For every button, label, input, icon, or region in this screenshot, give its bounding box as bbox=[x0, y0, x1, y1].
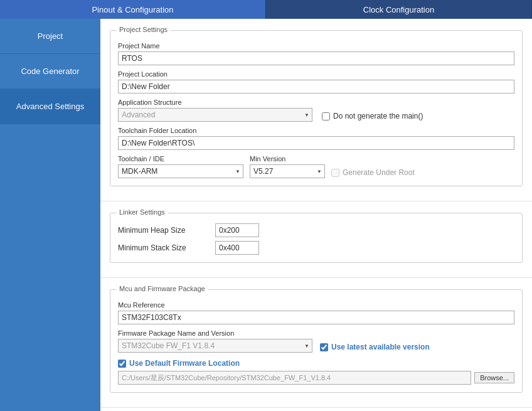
main-layout: Project Code Generator Advanced Settings… bbox=[0, 19, 532, 411]
mcu-reference-label: Mcu Reference bbox=[118, 301, 514, 309]
toolchain-ide-select[interactable]: MDK-ARM bbox=[118, 164, 243, 178]
sidebar-item-advanced-settings[interactable]: Advanced Settings bbox=[0, 89, 100, 124]
min-heap-label: Minimum Heap Size bbox=[118, 226, 206, 235]
use-latest-checkbox[interactable] bbox=[320, 343, 328, 351]
mcu-firmware-group: Mcu and Firmware Package Mcu Reference F… bbox=[110, 289, 523, 393]
min-version-label: Min Version bbox=[250, 155, 325, 163]
content-area: Project Settings Project Name Project Lo… bbox=[100, 19, 532, 411]
min-heap-input[interactable] bbox=[215, 223, 259, 237]
project-settings-section: Project Settings Project Name Project Lo… bbox=[100, 19, 532, 201]
linker-settings-section: Linker Settings Minimum Heap Size Minimu… bbox=[100, 201, 532, 278]
top-tabs: Pinout & Configuration Clock Configurati… bbox=[0, 0, 532, 19]
do-not-generate-row: Do not generate the main() bbox=[322, 112, 423, 120]
toolchain-row: Toolchain / IDE MDK-ARM Min Version V5.2… bbox=[118, 155, 514, 178]
min-version-wrapper: V5.27 bbox=[250, 164, 325, 178]
linker-settings-group: Linker Settings Minimum Heap Size Minimu… bbox=[110, 213, 523, 263]
project-name-input[interactable] bbox=[118, 51, 514, 65]
toolchain-ide-wrapper: MDK-ARM bbox=[118, 164, 243, 178]
sidebar-item-code-generator[interactable]: Code Generator bbox=[0, 54, 100, 89]
use-default-firmware-checkbox[interactable] bbox=[118, 360, 126, 368]
toolchain-folder-label: Toolchain Folder Location bbox=[118, 127, 514, 134]
firmware-path-row: Browse... bbox=[118, 371, 514, 385]
watermark: CSDN @爱科波非尔 bbox=[100, 408, 532, 411]
min-version-group: Min Version V5.27 bbox=[250, 155, 325, 178]
min-stack-label: Minimum Stack Size bbox=[118, 243, 206, 252]
application-structure-label: Application Structure bbox=[118, 99, 514, 106]
min-stack-input[interactable] bbox=[215, 241, 259, 255]
use-latest-label: Use latest available version bbox=[331, 343, 430, 351]
min-heap-row: Minimum Heap Size bbox=[118, 223, 514, 237]
use-latest-row: Use latest available version bbox=[320, 343, 430, 351]
do-not-generate-label: Do not generate the main() bbox=[333, 112, 423, 120]
firmware-package-label: Firmware Package Name and Version bbox=[118, 329, 514, 337]
generate-under-root-checkbox bbox=[331, 169, 339, 177]
toolchain-ide-label: Toolchain / IDE bbox=[118, 155, 243, 163]
project-location-label: Project Location bbox=[118, 70, 514, 78]
linker-settings-title: Linker Settings bbox=[117, 208, 168, 216]
toolchain-ide-group: Toolchain / IDE MDK-ARM bbox=[118, 155, 243, 178]
generate-under-root-label: Generate Under Root bbox=[343, 168, 415, 177]
use-default-firmware-label: Use Default Firmware Location bbox=[129, 359, 240, 368]
mcu-firmware-section: Mcu and Firmware Package Mcu Reference F… bbox=[100, 278, 532, 408]
mcu-reference-input[interactable] bbox=[118, 311, 514, 324]
do-not-generate-checkbox[interactable] bbox=[322, 112, 330, 120]
browse-button[interactable]: Browse... bbox=[474, 372, 514, 383]
sidebar-item-project[interactable]: Project bbox=[0, 19, 100, 54]
project-settings-group: Project Settings Project Name Project Lo… bbox=[110, 30, 523, 186]
project-name-label: Project Name bbox=[118, 42, 514, 50]
firmware-package-wrapper: STM32Cube FW_F1 V1.8.4 bbox=[118, 339, 312, 353]
toolchain-folder-input[interactable] bbox=[118, 136, 514, 150]
min-stack-row: Minimum Stack Size bbox=[118, 241, 514, 255]
sidebar: Project Code Generator Advanced Settings bbox=[0, 19, 100, 411]
tab-clock[interactable]: Clock Configuration bbox=[266, 0, 532, 19]
use-default-firmware-row: Use Default Firmware Location bbox=[118, 359, 514, 368]
mcu-firmware-title: Mcu and Firmware Package bbox=[117, 285, 208, 292]
project-location-input[interactable] bbox=[118, 80, 514, 93]
min-version-select[interactable]: V5.27 bbox=[250, 164, 325, 178]
firmware-package-select[interactable]: STM32Cube FW_F1 V1.8.4 bbox=[118, 339, 312, 353]
project-settings-title: Project Settings bbox=[117, 26, 170, 33]
generate-under-root-row: Generate Under Root bbox=[331, 168, 415, 178]
application-structure-select[interactable]: Advanced bbox=[118, 108, 312, 122]
firmware-path-input bbox=[118, 371, 471, 385]
tab-pinout[interactable]: Pinout & Configuration bbox=[0, 0, 266, 19]
application-structure-wrapper: Advanced bbox=[118, 108, 312, 122]
